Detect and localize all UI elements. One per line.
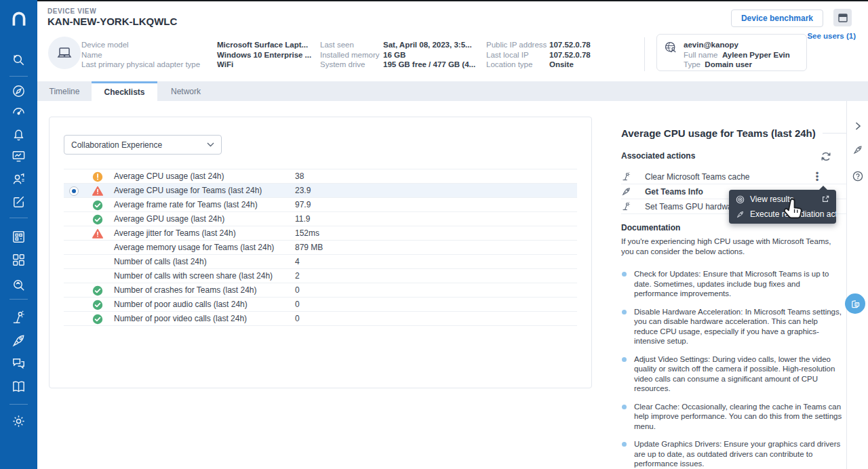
menu-item-label: View results: [750, 195, 793, 204]
table-row[interactable]: Average frame rate for Teams (last 24h)9…: [64, 198, 577, 212]
metric-value: 97.9: [295, 200, 311, 209]
rocket-icon: [736, 210, 745, 219]
domain-user-icon: [664, 41, 677, 54]
metric-label: Number of poor video calls (last 24h): [114, 314, 247, 323]
device-view-page: DEVICE VIEW KAN-NEW-YORK-LKQWLC Device b…: [0, 0, 868, 469]
tab-bar: Timeline Checklists Network: [37, 81, 868, 101]
device-copy-button[interactable]: [845, 293, 865, 314]
metric-label: Average memory usage for Teams (last 24h…: [114, 243, 274, 252]
checklist-select[interactable]: Collaboration Experience: [64, 135, 222, 155]
layout-panel-button[interactable]: [833, 9, 852, 26]
kebab-menu-icon[interactable]: •••: [812, 171, 822, 182]
nexthink-logo-icon[interactable]: [10, 10, 28, 28]
see-users-link[interactable]: See users (1): [807, 32, 856, 40]
header-divider: [644, 37, 645, 71]
gauge-icon[interactable]: [11, 103, 26, 119]
metric-value: 0: [295, 314, 300, 323]
tab-checklists[interactable]: Checklists: [92, 81, 157, 101]
chevron-right-icon[interactable]: [852, 121, 863, 131]
metric-label: Average CPU usage (last 24h): [114, 171, 224, 181]
menu-item-execute-remediation[interactable]: Execute remediation action: [729, 207, 836, 222]
table-row[interactable]: Number of calls (last 24h)4: [64, 255, 577, 269]
sidebar-divider: [9, 299, 28, 300]
table-row[interactable]: Average GPU usage (last 24h)11.9: [64, 212, 577, 226]
sidebar-divider: [9, 404, 28, 405]
metric-label: Average frame rate for Teams (last 24h): [114, 200, 258, 209]
info-label: Last local IP: [486, 50, 549, 60]
laptop-icon: [56, 45, 73, 61]
metric-value: 23.9: [295, 186, 311, 195]
view-type-label: DEVICE VIEW: [47, 7, 96, 15]
tab-network[interactable]: Network: [157, 81, 214, 101]
bell-icon[interactable]: [11, 127, 26, 142]
monitor-chart-icon[interactable]: [11, 148, 26, 164]
title-divider: [823, 133, 846, 134]
info-value: 107.52.0.78: [549, 40, 591, 50]
rocket-icon[interactable]: [11, 333, 26, 348]
chats-icon[interactable]: [11, 356, 26, 371]
main-nav-sidebar: [0, 0, 37, 469]
table-row[interactable]: Average memory usage for Teams (last 24h…: [64, 241, 577, 255]
tab-timeline[interactable]: Timeline: [37, 81, 92, 101]
menu-item-view-results[interactable]: View results: [729, 192, 836, 207]
table-row-selected[interactable]: Average CPU usage for Teams (last 24h)23…: [64, 184, 577, 198]
ok-icon: [92, 285, 103, 296]
table-row[interactable]: Number of poor audio calls (last 24h)0: [64, 298, 577, 312]
search-icon[interactable]: [11, 52, 26, 68]
metric-label: Number of calls (last 24h): [114, 257, 207, 266]
table-row[interactable]: Number of poor video calls (last 24h)0: [64, 312, 577, 326]
rocket-icon[interactable]: [852, 144, 863, 155]
action-row[interactable]: Clear Microsoft Teams cache •••: [621, 169, 846, 184]
critical-icon: [92, 228, 103, 239]
panel-title-row: Average CPU usage for Teams (last 24h): [621, 127, 846, 139]
metric-value: 152ms: [295, 228, 319, 238]
table-row[interactable]: Average jitter for Teams (last 24h)152ms: [64, 226, 577, 241]
investigate-icon[interactable]: [11, 277, 26, 293]
help-icon[interactable]: [852, 171, 863, 182]
refresh-icon[interactable]: [821, 151, 831, 162]
device-benchmark-button[interactable]: Device benchmark: [731, 9, 823, 27]
action-label: Clear Microsoft Teams cache: [645, 172, 750, 182]
grid-icon[interactable]: [11, 229, 26, 245]
info-label: Last seen: [320, 40, 383, 50]
documentation-heading: Documentation: [621, 223, 680, 232]
documentation-intro: If you're experiencing high CPU usage wi…: [621, 237, 842, 256]
list-item: Clear Cache: Occasionally, clearing the …: [621, 402, 842, 432]
documentation-bullet-list: Check for Updates: Ensure that Microsoft…: [621, 269, 842, 469]
info-value: 195 GB free / 477 GB (4...: [383, 60, 475, 70]
right-rail: [846, 101, 868, 469]
critical-icon: [92, 186, 103, 197]
radio-selected[interactable]: [69, 186, 79, 196]
compass-icon[interactable]: [11, 83, 26, 99]
info-label: Device model: [81, 40, 217, 50]
metric-label: Number of calls with screen share (last …: [114, 271, 273, 281]
remote-action-icon[interactable]: [11, 310, 26, 325]
device-copy-icon: [850, 299, 861, 309]
list-item: Check for Updates: Ensure that Microsoft…: [621, 269, 842, 299]
rocket-icon: [621, 186, 631, 197]
table-row[interactable]: Average CPU usage (last 24h)38: [64, 169, 577, 184]
page-title: KAN-NEW-YORK-LKQWLC: [47, 16, 177, 27]
user-card[interactable]: aevin@kanopy Full name Ayleen Pyper Evin…: [656, 34, 807, 71]
edit-square-icon[interactable]: [11, 194, 26, 209]
book-icon[interactable]: [11, 379, 26, 394]
info-label: Installed memory: [320, 50, 383, 60]
user-type-label: Type: [684, 60, 701, 68]
metric-value: 879 MB: [295, 243, 323, 252]
gear-icon[interactable]: [11, 413, 26, 429]
ok-icon: [92, 200, 103, 211]
action-label: Set Teams GPU hardwa...: [645, 202, 739, 211]
blocks-icon[interactable]: [11, 252, 26, 268]
device-info-column-3: Public IP address107.52.0.78 Last local …: [486, 40, 591, 70]
user-fullname-label: Full name: [684, 51, 718, 59]
metric-value: 4: [295, 257, 300, 266]
warning-icon: [92, 171, 103, 182]
table-row[interactable]: Number of calls with screen share (last …: [64, 269, 577, 283]
table-row[interactable]: Number of crashes for Teams (last 24h)0: [64, 283, 577, 298]
person-chart-icon[interactable]: [11, 171, 26, 187]
external-link-icon: [821, 195, 829, 203]
sidebar-divider: [9, 76, 28, 77]
sidebar-divider: [9, 218, 28, 218]
info-value: 16 GB: [383, 50, 406, 60]
metric-label: Number of poor audio calls (last 24h): [114, 300, 248, 309]
